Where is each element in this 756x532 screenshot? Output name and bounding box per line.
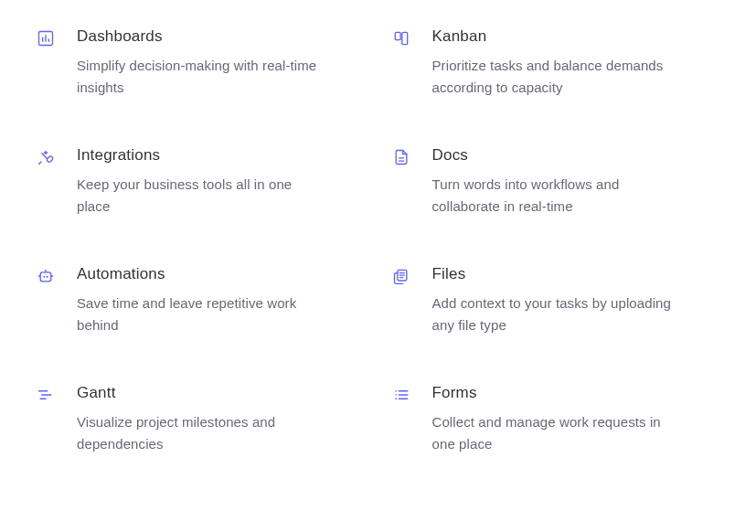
feature-title: Docs: [432, 146, 679, 165]
gantt-icon: [37, 386, 55, 404]
kanban-icon: [392, 29, 410, 48]
feature-desc: Save time and leave repetitive work behi…: [77, 293, 324, 336]
svg-point-23: [395, 394, 397, 396]
svg-rect-4: [395, 32, 400, 39]
feature-title: Integrations: [77, 146, 324, 165]
svg-rect-5: [401, 32, 407, 44]
dashboard-icon: [37, 29, 55, 48]
svg-point-21: [395, 390, 397, 392]
svg-point-25: [395, 398, 397, 399]
feature-text: Files Add context to your tasks by uploa…: [432, 265, 679, 336]
feature-title: Files: [432, 265, 679, 283]
svg-point-9: [43, 276, 45, 278]
feature-text: Kanban Prioritize tasks and balance dema…: [432, 27, 679, 99]
feature-desc: Keep your business tools all in one plac…: [77, 174, 324, 218]
feature-integrations[interactable]: Integrations Keep your business tools al…: [37, 146, 365, 218]
docs-icon: [392, 148, 410, 166]
feature-forms[interactable]: Forms Collect and manage work requests i…: [392, 384, 720, 455]
feature-title: Kanban: [432, 27, 679, 46]
svg-point-10: [47, 276, 48, 278]
feature-docs[interactable]: Docs Turn words into workflows and colla…: [392, 146, 720, 218]
feature-desc: Visualize project milestones and depende…: [77, 411, 324, 455]
feature-desc: Collect and manage work requests in one …: [432, 411, 679, 455]
integrations-icon: [37, 148, 55, 166]
feature-text: Automations Save time and leave repetiti…: [77, 265, 324, 336]
feature-desc: Add context to your tasks by uploading a…: [432, 293, 679, 336]
features-grid: Dashboards Simplify decision-making with…: [37, 27, 719, 455]
feature-text: Integrations Keep your business tools al…: [77, 146, 324, 218]
feature-desc: Simplify decision-making with real-time …: [77, 55, 324, 99]
feature-automations[interactable]: Automations Save time and leave repetiti…: [37, 265, 365, 336]
feature-files[interactable]: Files Add context to your tasks by uploa…: [392, 265, 720, 336]
feature-title: Dashboards: [77, 27, 324, 46]
forms-icon: [392, 386, 410, 404]
svg-rect-8: [40, 272, 51, 282]
feature-title: Forms: [432, 384, 679, 402]
feature-text: Forms Collect and manage work requests i…: [432, 384, 679, 455]
feature-text: Dashboards Simplify decision-making with…: [77, 27, 324, 99]
feature-gantt[interactable]: Gantt Visualize project milestones and d…: [37, 384, 365, 455]
files-icon: [392, 267, 410, 285]
feature-desc: Turn words into workflows and collaborat…: [432, 174, 679, 218]
automations-icon: [37, 267, 55, 285]
feature-text: Docs Turn words into workflows and colla…: [432, 146, 679, 218]
feature-text: Gantt Visualize project milestones and d…: [77, 384, 324, 455]
feature-title: Automations: [77, 265, 324, 283]
feature-dashboards[interactable]: Dashboards Simplify decision-making with…: [37, 27, 365, 99]
feature-title: Gantt: [77, 384, 324, 402]
feature-desc: Prioritize tasks and balance demands acc…: [432, 55, 679, 99]
feature-kanban[interactable]: Kanban Prioritize tasks and balance dema…: [392, 27, 720, 99]
